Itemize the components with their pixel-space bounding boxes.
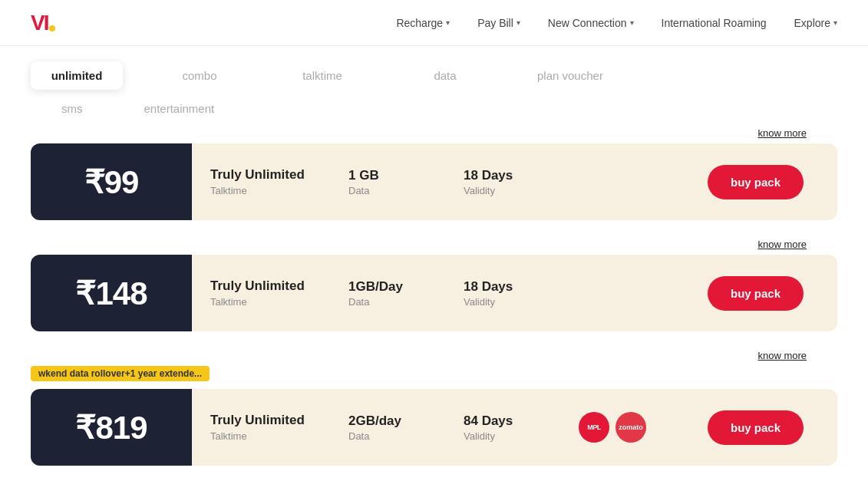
logo-dot xyxy=(49,25,55,31)
filter-tab-sms[interactable]: sms xyxy=(46,97,98,120)
plan-price-box-2: ₹819 xyxy=(31,389,192,466)
plan-validity-label-2: Validity xyxy=(464,430,540,442)
nav-arrow-icon: ▾ xyxy=(517,18,520,27)
promo-tag-2: wkend data rollover+1 year extende... xyxy=(31,366,210,381)
plan-type-name-1: Truly Unlimited xyxy=(210,278,310,294)
plan-validity-2: 84 DaysValidity xyxy=(464,413,540,442)
main-nav: Recharge▾Pay Bill▾New Connection▾Interna… xyxy=(396,17,837,29)
plan-price-0: ₹99 xyxy=(84,163,139,201)
badge-mpl-2: MPL xyxy=(579,412,609,443)
nav-label: Recharge xyxy=(396,17,443,29)
plan-badges-2: MPLzomato xyxy=(579,412,646,443)
know-more-row-0: know more xyxy=(31,120,837,143)
buy-pack-button-1[interactable]: buy pack xyxy=(708,276,804,311)
plan-details-1: Truly UnlimitedTalktime1GB/DayData18 Day… xyxy=(192,262,837,324)
logo-vi-text: VI xyxy=(31,12,48,34)
plan-type-1: Truly UnlimitedTalktime xyxy=(210,278,310,307)
badge-zomato-2: zomato xyxy=(616,412,646,443)
filter-row-2: smsentertainment xyxy=(31,90,837,120)
filter-tab-talktime[interactable]: talktime xyxy=(276,61,368,90)
plan-data-1: 1GB/DayData xyxy=(348,279,425,308)
plan-price-box-1: ₹148 xyxy=(31,255,192,331)
filter-tab-entertainment[interactable]: entertainment xyxy=(129,97,230,120)
plan-validity-label-1: Validity xyxy=(464,296,540,308)
filter-tab-data[interactable]: data xyxy=(399,61,491,90)
plans-section: know more₹99Truly UnlimitedTalktime1 GBD… xyxy=(0,120,868,476)
nav-item-international-roaming[interactable]: International Roaming xyxy=(662,17,767,29)
plan-buy-1: buy pack xyxy=(708,276,819,311)
plan-card-wrapper-0: know more₹99Truly UnlimitedTalktime1 GBD… xyxy=(31,120,837,220)
nav-label: International Roaming xyxy=(662,17,767,29)
plan-card-0: ₹99Truly UnlimitedTalktime1 GBData18 Day… xyxy=(31,143,837,220)
plan-card-wrapper-2: know morewkend data rollover+1 year exte… xyxy=(31,342,837,466)
logo[interactable]: VI xyxy=(31,12,55,34)
plan-data-label-0: Data xyxy=(348,185,425,196)
know-more-link-1[interactable]: know more xyxy=(757,239,807,250)
plan-validity-val-1: 18 Days xyxy=(464,279,540,295)
plan-data-0: 1 GBData xyxy=(348,168,425,196)
know-more-link-0[interactable]: know more xyxy=(757,127,807,139)
plan-data-val-2: 2GB/day xyxy=(348,413,425,429)
plan-type-sub-0: Talktime xyxy=(210,185,310,196)
buy-pack-button-2[interactable]: buy pack xyxy=(708,410,804,445)
plan-validity-val-2: 84 Days xyxy=(464,413,540,429)
plan-data-val-1: 1GB/Day xyxy=(348,279,425,295)
plan-data-label-2: Data xyxy=(348,430,425,442)
plan-data-2: 2GB/dayData xyxy=(348,413,425,442)
header: VI Recharge▾Pay Bill▾New Connection▾Inte… xyxy=(0,0,868,46)
plan-validity-1: 18 DaysValidity xyxy=(464,279,540,308)
plan-card-1: ₹148Truly UnlimitedTalktime1GB/DayData18… xyxy=(31,255,837,331)
plan-type-name-0: Truly Unlimited xyxy=(210,167,310,183)
plan-type-0: Truly UnlimitedTalktime xyxy=(210,167,310,196)
plan-type-sub-2: Talktime xyxy=(210,430,310,442)
nav-item-new-connection[interactable]: New Connection▾ xyxy=(548,17,634,29)
nav-label: Explore xyxy=(794,17,830,29)
plan-card-2: ₹819Truly UnlimitedTalktime2GB/dayData84… xyxy=(31,389,837,466)
know-more-row-2: know more xyxy=(31,342,837,366)
nav-label: New Connection xyxy=(548,17,627,29)
know-more-row-1: know more xyxy=(31,231,837,255)
filter-tab-plan-voucher[interactable]: plan voucher xyxy=(522,61,619,90)
nav-label: Pay Bill xyxy=(477,17,513,29)
plan-card-wrapper-1: know more₹148Truly UnlimitedTalktime1GB/… xyxy=(31,231,837,331)
filter-tab-unlimited[interactable]: unlimited xyxy=(31,61,123,90)
plan-buy-0: buy pack xyxy=(708,165,819,199)
plan-buy-2: buy pack xyxy=(708,410,819,445)
plan-type-name-2: Truly Unlimited xyxy=(210,413,310,428)
plan-validity-val-0: 18 Days xyxy=(464,168,540,183)
plan-data-val-0: 1 GB xyxy=(348,168,425,183)
plan-validity-0: 18 DaysValidity xyxy=(464,168,540,196)
nav-arrow-icon: ▾ xyxy=(833,18,837,27)
nav-item-pay-bill[interactable]: Pay Bill▾ xyxy=(477,17,520,29)
nav-arrow-icon: ▾ xyxy=(630,18,634,27)
plan-price-box-0: ₹99 xyxy=(31,143,192,220)
plan-validity-label-0: Validity xyxy=(464,185,540,196)
plan-price-2: ₹819 xyxy=(75,409,147,446)
nav-arrow-icon: ▾ xyxy=(446,18,450,27)
filter-section: unlimitedcombotalktimedataplan voucher s… xyxy=(0,46,868,120)
buy-pack-button-0[interactable]: buy pack xyxy=(708,165,804,199)
know-more-link-2[interactable]: know more xyxy=(757,350,807,361)
nav-item-recharge[interactable]: Recharge▾ xyxy=(396,17,450,29)
plan-details-0: Truly UnlimitedTalktime1 GBData18 DaysVa… xyxy=(192,151,837,213)
filter-row-1: unlimitedcombotalktimedataplan voucher xyxy=(31,61,837,90)
filter-tab-combo[interactable]: combo xyxy=(153,61,246,90)
plan-details-2: Truly UnlimitedTalktime2GB/dayData84 Day… xyxy=(192,397,837,459)
plan-type-2: Truly UnlimitedTalktime xyxy=(210,413,310,441)
plan-price-1: ₹148 xyxy=(75,275,147,312)
nav-item-explore[interactable]: Explore▾ xyxy=(794,17,837,29)
plan-data-label-1: Data xyxy=(348,296,425,308)
plan-type-sub-1: Talktime xyxy=(210,296,310,308)
